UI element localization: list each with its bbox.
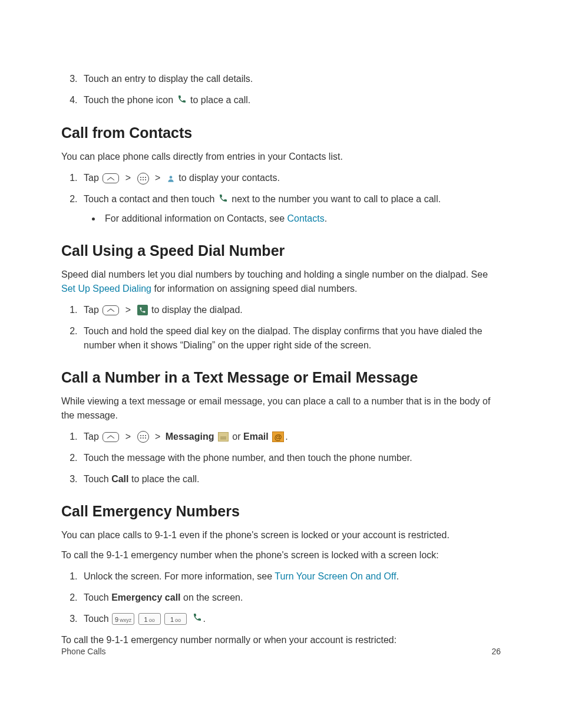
list-item: Touch the phone icon to place a call. [80, 93, 501, 108]
text: . [325, 213, 327, 223]
text: or [232, 431, 243, 442]
dialpad-key-9-icon: 9wxyz [112, 613, 134, 625]
link-contacts[interactable]: Contacts [287, 213, 325, 223]
chevron-right-icon: > [125, 431, 131, 442]
list-item: Unlock the screen. For more information,… [80, 569, 501, 584]
phone-app-icon [137, 305, 148, 315]
text: . [203, 614, 206, 624]
chevron-right-icon: > [125, 305, 131, 315]
text: . [396, 571, 399, 581]
link-speed-dialing[interactable]: Set Up Speed Dialing [61, 284, 151, 294]
apps-grid-icon [137, 173, 149, 185]
text: next to the number you want to call to p… [232, 194, 441, 204]
list-item: Tap > > to display your contacts. [80, 171, 501, 185]
heading-emergency: Call Emergency Numbers [61, 503, 501, 520]
document-page: Touch an entry to display the call detai… [0, 0, 562, 693]
paragraph: You can place calls to 9-1-1 even if the… [61, 528, 501, 542]
home-button-icon [103, 432, 119, 442]
ordered-list: Tap > to display the dialpad. Touch and … [61, 303, 501, 353]
phone-handset-icon [219, 193, 228, 207]
text: Touch [84, 614, 111, 624]
text: . [285, 431, 287, 442]
list-item: Touch and hold the speed dial key on the… [80, 324, 501, 353]
list-item: Touch the message with the phone number,… [80, 451, 501, 465]
email-app-icon: @ [272, 431, 284, 442]
continued-list: Touch an entry to display the call detai… [61, 72, 501, 108]
heading-speed-dial: Call Using a Speed Dial Number [61, 242, 501, 259]
home-button-icon [103, 173, 119, 183]
text: Speed dial numbers let you dial numbers … [61, 269, 488, 279]
text: Touch [84, 592, 111, 602]
footer-page-number: 26 [491, 647, 501, 656]
phone-handset-icon [177, 94, 187, 108]
text: Touch [84, 474, 111, 484]
chevron-right-icon: > [155, 431, 160, 442]
svg-point-0 [169, 176, 172, 179]
phone-handset-icon [193, 612, 202, 626]
ordered-list: Unlock the screen. For more information,… [61, 569, 501, 627]
email-label: Email [243, 431, 269, 442]
messaging-label: Messaging [166, 431, 214, 442]
dialpad-key-1-icon: 1oo [138, 613, 161, 625]
list-item: Touch an entry to display the call detai… [80, 72, 501, 86]
text: to place a call. [190, 95, 250, 105]
text: Touch the phone icon [84, 95, 176, 105]
sub-list: For additional information on Contacts, … [84, 212, 501, 226]
list-item: For additional information on Contacts, … [101, 212, 501, 226]
text: to display your contacts. [178, 173, 280, 183]
list-item: Tap > to display the dialpad. [80, 303, 501, 317]
page-footer: Phone Calls 26 [61, 647, 501, 656]
paragraph: While viewing a text message or email me… [61, 394, 501, 423]
text: Touch a contact and then touch [84, 194, 217, 204]
list-item: Touch a contact and then touch next to t… [80, 192, 501, 226]
text: for information on assigning speed dial … [151, 284, 358, 294]
home-button-icon [103, 305, 119, 315]
list-item: Touch Emergency call on the screen. [80, 591, 501, 605]
chevron-right-icon: > [155, 173, 160, 183]
apps-grid-icon [137, 431, 149, 443]
text: Unlock the screen. For more information,… [84, 571, 275, 581]
list-item: Touch 9wxyz 1oo 1oo . [80, 612, 501, 627]
text: to display the dialpad. [151, 305, 243, 315]
list-item: Tap > > Messaging or Email @. [80, 430, 501, 444]
chevron-right-icon: > [125, 173, 131, 183]
text: to place the call. [128, 474, 199, 484]
contact-person-icon [167, 174, 175, 183]
paragraph: You can place phone calls directly from … [61, 150, 501, 164]
text: For additional information on Contacts, … [105, 213, 287, 223]
ordered-list: Tap > > to display your contacts. Touch … [61, 171, 501, 226]
paragraph: Speed dial numbers let you dial numbers … [61, 268, 501, 296]
footer-section: Phone Calls [61, 647, 106, 656]
emergency-call-label: Emergency call [111, 592, 180, 602]
call-label: Call [111, 474, 128, 484]
paragraph: To call the 9-1-1 emergency number when … [61, 548, 501, 562]
text: Tap [84, 431, 101, 442]
list-item: Touch Call to place the call. [80, 472, 501, 486]
dialpad-key-1-icon: 1oo [164, 613, 187, 625]
text: on the screen. [181, 592, 243, 602]
ordered-list: Tap > > Messaging or Email @. Touch the … [61, 430, 501, 486]
text: Tap [84, 173, 101, 183]
heading-call-in-message: Call a Number in a Text Message or Email… [61, 369, 501, 386]
heading-call-from-contacts: Call from Contacts [61, 124, 501, 141]
text: Tap [84, 305, 101, 315]
paragraph: To call the 9-1-1 emergency number norma… [61, 633, 501, 647]
link-screen-on-off[interactable]: Turn Your Screen On and Off [275, 571, 396, 581]
messaging-app-icon [218, 432, 229, 442]
